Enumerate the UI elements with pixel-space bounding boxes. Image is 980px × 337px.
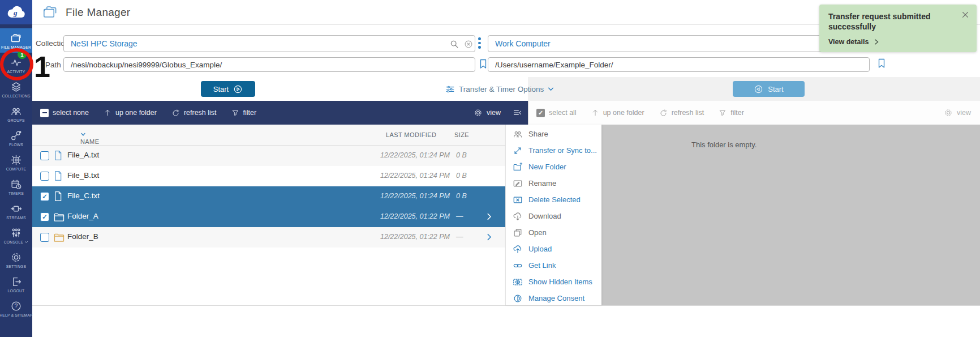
row-checkbox[interactable] [40, 151, 49, 160]
destination-collection-input[interactable] [488, 35, 870, 52]
logout-icon [10, 276, 22, 288]
view-control[interactable]: view [474, 108, 501, 117]
sidebar-item-compute[interactable]: COMPUTE [0, 150, 32, 174]
open-folder-chevron-icon[interactable] [485, 233, 493, 241]
open-folder-chevron-icon[interactable] [485, 212, 493, 221]
sidebar-item-logout[interactable]: LOGOUT [0, 272, 32, 296]
column-size[interactable]: SIZE [454, 131, 469, 138]
table-row-selected[interactable]: ✓ File_C.txt 12/22/2025, 01:24 PM 0 B [32, 186, 505, 207]
menu-item-share[interactable]: Share [506, 126, 601, 142]
sidebar-item-streams[interactable]: STREAMS [0, 199, 32, 223]
svg-text:?: ? [15, 302, 18, 309]
menu-item-manage-consent[interactable]: Manage Consent [506, 290, 601, 306]
console-icon [10, 227, 22, 239]
chevron-down-icon [24, 240, 28, 244]
page-title: File Manager [66, 6, 130, 19]
sidebar-item-activity[interactable]: ACTIVITY [0, 53, 32, 77]
new-folder-icon [513, 162, 523, 172]
bookmark-icon[interactable] [478, 58, 489, 70]
delete-icon [513, 195, 523, 205]
menu-item-open[interactable]: Open [506, 224, 601, 241]
sidebar-item-label: CONSOLE [4, 240, 29, 244]
row-checkbox-checked[interactable]: ✓ [40, 192, 49, 201]
actions-menu: Share Transfer or Sync to... New Folder … [505, 125, 601, 305]
folder-icon [54, 212, 65, 222]
consent-icon [513, 293, 523, 304]
up-arrow-icon [104, 109, 111, 117]
toast-view-details-link[interactable]: View details [828, 38, 879, 46]
column-modified[interactable]: LAST MODIFIED [386, 131, 436, 138]
refresh-list-button[interactable]: refresh list [171, 109, 217, 117]
filter-button[interactable]: filter [231, 109, 257, 117]
flows-icon [10, 130, 22, 142]
menu-item-get-link[interactable]: Get Link [506, 257, 601, 274]
collection-options-icon[interactable] [478, 37, 481, 49]
transfer-timer-options-label: Transfer & Timer Options [459, 85, 544, 93]
globus-cloud-icon: g [6, 5, 27, 20]
menu-item-show-hidden-items[interactable]: Show Hidden Items [506, 274, 601, 290]
sidebar-item-label: FLOWS [9, 143, 23, 147]
source-path-input[interactable] [63, 57, 475, 72]
toast-notification: Transfer request submitted successfully … [819, 5, 977, 52]
destination-panel-toolbar: ✓ select all up one folder refresh list … [528, 101, 980, 125]
globus-logo[interactable]: g [0, 0, 32, 24]
up-one-folder-button[interactable]: up one folder [591, 109, 644, 117]
refresh-list-button[interactable]: refresh list [659, 109, 704, 117]
sidebar-item-settings[interactable]: SETTINGS [0, 248, 32, 272]
panel-collapse-icon [512, 108, 522, 117]
sidebar-items: FILE MANAGER ACTIVITY COLLECTIONS [0, 28, 32, 321]
menu-item-download[interactable]: Download [506, 208, 601, 224]
menu-item-rename[interactable]: Rename [506, 175, 601, 191]
refresh-icon [171, 109, 180, 117]
start-transfer-button-reverse[interactable]: Start [733, 81, 805, 97]
table-row[interactable]: Folder_B 12/22/2025, 01:22 PM — [32, 227, 505, 248]
checked-checkbox[interactable]: ✓ [536, 109, 545, 117]
up-arrow-icon [591, 109, 599, 117]
menu-item-transfer-or-sync[interactable]: Transfer or Sync to... [506, 142, 601, 159]
sidebar-item-flows[interactable]: FLOWS [0, 126, 32, 150]
file-icon [54, 191, 62, 202]
table-row[interactable]: File_B.txt 12/22/2025, 01:24 PM 0 B [32, 166, 505, 186]
select-all-control[interactable]: ✓ select all [536, 109, 577, 117]
svg-text:g: g [13, 8, 18, 17]
sidebar-item-help[interactable]: ? HELP & SITEMAP [0, 296, 32, 321]
collapse-panel-button[interactable] [512, 108, 522, 117]
sidebar-item-timers[interactable]: TIMERS [0, 174, 32, 199]
indeterminate-checkbox[interactable] [40, 109, 49, 117]
groups-icon [10, 105, 22, 117]
open-icon [513, 228, 523, 238]
destination-path-input[interactable] [488, 57, 870, 72]
menu-item-new-folder[interactable]: New Folder [506, 159, 601, 175]
table-row-selected[interactable]: ✓ Folder_A 12/22/2025, 01:22 PM — [32, 207, 505, 227]
clear-collection-icon[interactable] [463, 39, 474, 49]
row-checkbox-checked[interactable]: ✓ [40, 212, 49, 221]
sidebar-item-console[interactable]: CONSOLE [0, 223, 32, 248]
share-icon [513, 129, 523, 139]
menu-item-delete-selected[interactable]: Delete Selected [506, 191, 601, 208]
sidebar-item-label: ACTIVITY [7, 70, 25, 74]
download-cloud-icon [513, 211, 523, 221]
search-icon[interactable] [449, 39, 459, 49]
filter-button[interactable]: filter [719, 109, 744, 117]
row-checkbox[interactable] [40, 172, 49, 181]
bookmark-icon[interactable] [876, 57, 887, 70]
select-none-control[interactable]: select none [40, 109, 89, 117]
globus-file-manager-screen: File Manager g FILE MANAGER ACTIVITY [0, 0, 980, 337]
source-collection-input[interactable] [63, 35, 475, 52]
sidebar-item-groups[interactable]: GROUPS [0, 101, 32, 126]
menu-item-upload[interactable]: Upload [506, 241, 601, 257]
close-icon[interactable] [961, 10, 970, 19]
sidebar-item-label: GROUPS [7, 118, 25, 122]
column-name[interactable]: NAME [80, 131, 86, 137]
transfer-timer-options[interactable]: Transfer & Timer Options [445, 81, 554, 97]
help-icon: ? [10, 300, 22, 312]
sidebar-item-file-manager[interactable]: FILE MANAGER [0, 28, 32, 53]
table-row[interactable]: File_A.txt 12/22/2025, 01:24 PM 0 B [32, 146, 505, 166]
view-control[interactable]: view [944, 108, 971, 117]
row-checkbox[interactable] [40, 233, 49, 242]
start-transfer-button[interactable]: Start [201, 81, 255, 97]
sidebar-item-collections[interactable]: COLLECTIONS [0, 77, 32, 101]
file-manager-icon [42, 5, 58, 20]
folder-icon [54, 233, 65, 242]
up-one-folder-button[interactable]: up one folder [104, 109, 157, 117]
